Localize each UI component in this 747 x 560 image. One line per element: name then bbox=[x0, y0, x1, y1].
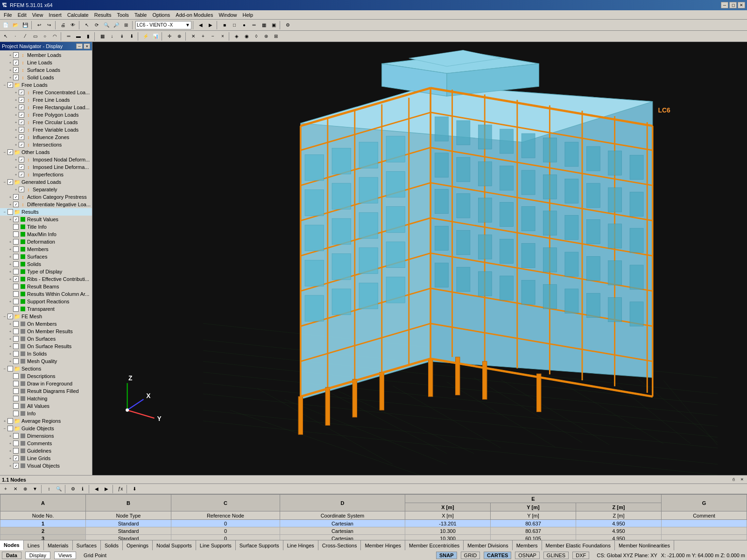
menu-addon[interactable]: Add-on Modules bbox=[173, 12, 216, 18]
menu-tools[interactable]: Tools bbox=[114, 12, 132, 18]
status-tab-views[interactable]: Views bbox=[54, 552, 76, 559]
check-fe-mesh[interactable]: ✓ bbox=[7, 314, 13, 319]
check-result-values[interactable]: ✓ bbox=[13, 217, 19, 222]
tb-solid[interactable]: ▣ bbox=[269, 21, 278, 30]
check-in-solids[interactable] bbox=[13, 351, 19, 357]
tb2-more3[interactable]: × bbox=[218, 32, 227, 41]
check-action-cat[interactable]: ✓ bbox=[13, 194, 19, 200]
check-free-circ[interactable]: ✓ bbox=[19, 119, 24, 125]
tab-member-hinges[interactable]: Member Hinges bbox=[361, 540, 405, 550]
tree-item-line-grids[interactable]: + ✓ Line Grids bbox=[0, 455, 92, 462]
menu-table[interactable]: Table bbox=[132, 12, 149, 18]
tab-materials[interactable]: Materials bbox=[44, 540, 73, 550]
menu-view[interactable]: View bbox=[29, 12, 46, 18]
tab-cross-sections[interactable]: Cross-Sections bbox=[318, 540, 361, 550]
snap-btn-glines[interactable]: GLINES bbox=[543, 552, 569, 559]
check-guidelines[interactable] bbox=[13, 448, 19, 454]
tree-item-free-circ[interactable]: + ✓ ↕ Free Circular Loads bbox=[0, 119, 92, 126]
check-deformation[interactable] bbox=[13, 239, 19, 245]
tree-item-deformation[interactable]: + Deformation bbox=[0, 238, 92, 245]
tree-item-members[interactable]: + Members bbox=[0, 245, 92, 253]
tb-undo[interactable]: ↩ bbox=[35, 21, 44, 30]
tb-node-func[interactable]: ƒx bbox=[116, 484, 125, 494]
tb-node-filter[interactable]: ▼ bbox=[30, 484, 40, 494]
tb2-extra3[interactable]: ◊ bbox=[252, 32, 261, 41]
tab-member-divisions[interactable]: Member Divisions bbox=[464, 540, 512, 550]
check-on-members[interactable] bbox=[13, 321, 19, 327]
check-avg-regions[interactable] bbox=[7, 418, 13, 424]
close-button[interactable]: ✕ bbox=[738, 2, 745, 8]
check-separately[interactable]: ✓ bbox=[19, 187, 24, 192]
tree-item-surface-loads[interactable]: + ✓ ↕ Surface Loads bbox=[0, 66, 92, 74]
tb2-member[interactable]: ═ bbox=[64, 32, 73, 41]
tb-preview[interactable]: 👁 bbox=[68, 21, 78, 30]
check-descriptions[interactable] bbox=[13, 373, 19, 379]
tree-item-imposed-line[interactable]: + ✓ ↕ Imposed Line Deforma... bbox=[0, 163, 92, 171]
restore-button[interactable]: ◻ bbox=[729, 2, 737, 8]
tb-save[interactable]: 💾 bbox=[21, 21, 30, 30]
check-result-beams[interactable] bbox=[13, 284, 19, 289]
tree-item-all-values[interactable]: All Values bbox=[0, 402, 92, 410]
check-on-surface-results[interactable] bbox=[13, 343, 19, 349]
tb-zoom-in[interactable]: 🔍 bbox=[102, 21, 111, 30]
check-comments[interactable] bbox=[13, 441, 19, 446]
tb2-beam[interactable]: ▬ bbox=[74, 32, 83, 41]
tree-item-influence[interactable]: + ✓ ↕ Influence Zones bbox=[0, 133, 92, 141]
tb-node-next[interactable]: ▶ bbox=[102, 484, 111, 494]
tb-line[interactable]: ═ bbox=[249, 21, 259, 30]
tree-item-result-beams[interactable]: Result Beams bbox=[0, 283, 92, 290]
tree-item-free-var[interactable]: + ✓ ↕ Free Variable Loads bbox=[0, 126, 92, 133]
tree-item-free-rect[interactable]: + ✓ ↕ Free Rectangular Load... bbox=[0, 104, 92, 111]
tab-surface-supports[interactable]: Surface Supports bbox=[236, 540, 283, 550]
tb-print[interactable]: 🖨 bbox=[58, 21, 68, 30]
tree-item-surfaces[interactable]: + Surfaces bbox=[0, 253, 92, 260]
tab-line-supports[interactable]: Line Supports bbox=[196, 540, 236, 550]
tree-item-on-surface-results[interactable]: + On Surface Results bbox=[0, 343, 92, 350]
tb-prev-lc[interactable]: ◀ bbox=[196, 21, 205, 30]
menu-window[interactable]: Window bbox=[216, 12, 240, 18]
tb2-more1[interactable]: + bbox=[198, 32, 208, 41]
tree-item-ribs[interactable]: + ✓ Ribs - Effective Contributi... bbox=[0, 275, 92, 283]
tree-item-imperfections[interactable]: + ✓ ↕ Imperfections bbox=[0, 171, 92, 178]
check-solids[interactable] bbox=[13, 261, 19, 267]
tb2-extra5[interactable]: ⊞ bbox=[271, 32, 281, 41]
tb-zoom-out[interactable]: 🔎 bbox=[112, 21, 121, 30]
check-imposed-nodal[interactable]: ✓ bbox=[19, 157, 24, 162]
menu-calculate[interactable]: Calculate bbox=[64, 12, 92, 18]
tree-item-comments[interactable]: + Comments bbox=[0, 440, 92, 447]
tb-surface[interactable]: ▦ bbox=[259, 21, 268, 30]
check-free-poly[interactable]: ✓ bbox=[19, 112, 24, 118]
tb2-more2[interactable]: − bbox=[208, 32, 218, 41]
check-surfaces[interactable] bbox=[13, 254, 19, 259]
tb2-pointer[interactable]: ↖ bbox=[1, 32, 10, 41]
check-diff-neg[interactable]: ✓ bbox=[13, 202, 19, 207]
check-draw-fg[interactable] bbox=[13, 381, 19, 386]
tree-item-solids[interactable]: + Solids bbox=[0, 260, 92, 268]
tree-item-fe-mesh[interactable]: − ✓ 📁 FE Mesh bbox=[0, 313, 92, 320]
tb-render[interactable]: ■ bbox=[220, 21, 229, 30]
tree-item-title-info[interactable]: Title Info bbox=[0, 223, 92, 231]
tree-item-imposed-nodal[interactable]: + ✓ ↕ Imposed Nodal Deform... bbox=[0, 156, 92, 163]
tab-openings[interactable]: Openings bbox=[123, 540, 153, 550]
check-imperfections[interactable]: ✓ bbox=[19, 172, 24, 177]
check-influence[interactable]: ✓ bbox=[19, 134, 24, 140]
tree-item-type-display[interactable]: + Type of Display bbox=[0, 268, 92, 275]
check-visual-objects[interactable]: ✓ bbox=[13, 463, 19, 469]
tree-item-support-reactions[interactable]: + Support Reactions bbox=[0, 298, 92, 305]
tree-item-line-loads[interactable]: + ✓ ↕ Line Loads bbox=[0, 59, 92, 66]
tb-node-info[interactable]: ℹ bbox=[78, 484, 87, 494]
tb-wireframe[interactable]: □ bbox=[230, 21, 239, 30]
tb-new[interactable]: 📄 bbox=[1, 21, 10, 30]
tree-item-intersections[interactable]: + ✓ ↕ Intersections bbox=[0, 141, 92, 148]
tab-nodal-supports[interactable]: Nodal Supports bbox=[153, 540, 196, 550]
panel-float-button[interactable]: ⎙ bbox=[730, 476, 737, 483]
tb-node-export[interactable]: ⬇ bbox=[130, 484, 139, 494]
check-free-var[interactable]: ✓ bbox=[19, 127, 24, 133]
tree-item-info[interactable]: Info bbox=[0, 410, 92, 417]
viewport-3d[interactable]: Z Y X LC6 bbox=[92, 42, 747, 475]
snap-btn-osnap[interactable]: OSNAP bbox=[515, 552, 540, 559]
tb2-rect[interactable]: ▭ bbox=[30, 32, 40, 41]
tree-item-free-loads[interactable]: − ✓ 📁 Free Loads bbox=[0, 81, 92, 89]
check-ribs[interactable]: ✓ bbox=[13, 276, 19, 282]
tb-node-copy[interactable]: ⊕ bbox=[21, 484, 30, 494]
